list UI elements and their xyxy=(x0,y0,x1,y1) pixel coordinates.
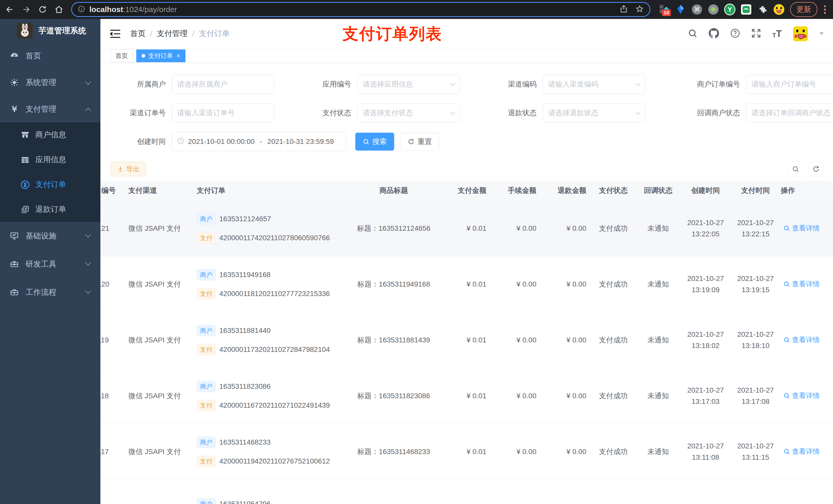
extension-dot-icon[interactable] xyxy=(708,4,719,15)
cell-action: 查看详情 xyxy=(781,200,833,256)
cell-order_no: 商户1635311881440支付42000011732021102728479… xyxy=(196,312,340,368)
extension-tabs-icon[interactable]: ◆ 10 xyxy=(659,4,670,15)
filter-label-refund_status: 退款状态 xyxy=(496,108,543,118)
sidebar-item-label: 退款订单 xyxy=(35,204,66,215)
search-button[interactable]: 搜索 xyxy=(355,133,394,150)
sidebar: 芋道管理系统 首页 系统管理 ￥ 支付管理 xyxy=(0,19,100,504)
cell-amount: ¥ 0.01 xyxy=(448,368,491,424)
filter-select-app_no[interactable]: 请选择应用信息 xyxy=(357,75,460,94)
profile-avatar-icon[interactable] xyxy=(773,4,785,15)
extension-command-icon[interactable]: ⌘ xyxy=(691,4,703,15)
filter-label-channel_code: 渠道编码 xyxy=(496,79,543,89)
sidebar-item-refund-order[interactable]: 退款订单 xyxy=(0,197,100,222)
close-icon[interactable]: × xyxy=(176,52,180,59)
table-row: 117微信 JSAPI 支付商户1635311468233支付420000119… xyxy=(100,424,833,480)
cell-amount: ¥ 0.01 xyxy=(448,256,491,312)
placeholder-text: 请选择订单回调商户状态 xyxy=(752,108,833,118)
filter-select-refund_status[interactable]: 请选择退款状态 xyxy=(543,103,645,122)
cell-refund xyxy=(541,480,591,504)
sidebar-item-infra[interactable]: 基础设施 xyxy=(0,222,100,250)
filter-select-pay_status[interactable]: 请选择支付状态 xyxy=(357,103,460,122)
bookmark-star-icon[interactable] xyxy=(635,5,644,14)
breadcrumb-pay[interactable]: 支付管理 xyxy=(157,28,188,39)
filter-label-channel_order_no: 渠道订单号 xyxy=(111,108,172,118)
sidebar-item-label: 首页 xyxy=(26,51,41,61)
site-info-icon[interactable] xyxy=(78,5,85,14)
table-toolbar: 导出 xyxy=(100,161,833,177)
view-detail-link[interactable]: 查看详情 xyxy=(781,335,820,344)
column-header-order_no: 支付订单 xyxy=(196,181,340,200)
extension-kite-icon[interactable] xyxy=(675,4,686,15)
chevron-down-icon xyxy=(636,81,641,86)
browser-chrome: localhost:1024/pay/order ◆ 10 ⌘ xyxy=(0,0,833,19)
sidebar-item-merchant-info[interactable]: 商户信息 xyxy=(0,122,100,147)
cell-title: 标题：1635311949168 xyxy=(340,256,448,312)
date-separator: - xyxy=(260,138,262,146)
sidebar-item-home[interactable]: 首页 xyxy=(0,43,100,69)
tab-pay-order[interactable]: 支付订单× xyxy=(136,49,186,62)
tab-home[interactable]: 首页 xyxy=(110,49,133,62)
cell-notify_status: 未通知 xyxy=(636,424,681,480)
view-detail-link[interactable]: 查看详情 xyxy=(781,447,820,456)
view-detail-link[interactable]: 查看详情 xyxy=(781,391,820,400)
font-size-icon[interactable]: TT xyxy=(772,29,782,39)
filter-input-channel_order_no[interactable]: 请输入渠道订单号 xyxy=(172,103,274,122)
user-avatar[interactable] xyxy=(793,26,808,41)
cell-title: 标题：1635311823086 xyxy=(340,368,448,424)
github-icon[interactable] xyxy=(709,28,719,40)
url-path: :1024/pay/order xyxy=(123,5,177,14)
filter-select-channel_code[interactable]: 请输入渠道编码 xyxy=(543,75,645,94)
reload-icon[interactable] xyxy=(38,4,48,15)
reset-button[interactable]: 重置 xyxy=(400,133,439,150)
sidebar-item-payment[interactable]: ￥ 支付管理 xyxy=(0,96,100,122)
sidebar-item-system[interactable]: 系统管理 xyxy=(0,69,100,96)
cell-channel: 微信 JSAPI 支付 xyxy=(125,312,196,368)
share-icon[interactable] xyxy=(619,5,628,14)
reset-button-label: 重置 xyxy=(418,137,432,146)
cell-order_no: 商户1635312124657支付42000011742021102780605… xyxy=(196,200,340,256)
extension-y-icon[interactable]: Y xyxy=(724,4,735,15)
cell-order_no: 商户1635311468233支付42000011942021102767521… xyxy=(196,424,340,480)
filter-input-merchant[interactable]: 请选择所属商户 xyxy=(172,75,274,94)
breadcrumb-home[interactable]: 首页 xyxy=(130,28,145,39)
placeholder-text: 请选择退款状态 xyxy=(548,108,634,118)
user-menu-caret-icon[interactable] xyxy=(819,32,824,35)
refresh-icon[interactable] xyxy=(808,161,824,177)
view-detail-label: 查看详情 xyxy=(792,280,820,289)
view-detail-label: 查看详情 xyxy=(792,447,820,456)
cell-pay_status: 支付成功 xyxy=(591,200,636,256)
help-icon[interactable] xyxy=(730,28,740,39)
view-detail-link[interactable]: 查看详情 xyxy=(781,280,820,289)
chrome-update-button[interactable]: 更新 xyxy=(790,2,817,17)
search-icon[interactable] xyxy=(688,28,697,39)
collapse-sidebar-icon[interactable] xyxy=(110,29,120,38)
pay-tag: 支付 xyxy=(197,344,216,355)
table-row: 120微信 JSAPI 支付商户1635311949168支付420000118… xyxy=(100,256,833,312)
extension-chat-icon[interactable] xyxy=(740,4,752,15)
cell-id: 121 xyxy=(100,200,125,256)
extensions-puzzle-icon[interactable] xyxy=(757,4,768,15)
filter-label-merchant_order_no: 商户订单编号 xyxy=(681,79,746,89)
address-bar[interactable]: localhost:1024/pay/order xyxy=(71,2,650,17)
table-row: 121微信 JSAPI 支付商户1635312124657支付420000117… xyxy=(100,200,833,256)
filter-select-notify_status[interactable]: 请选择订单回调商户状态 xyxy=(746,103,833,122)
placeholder-text: 请输入渠道订单号 xyxy=(177,108,269,118)
fullscreen-icon[interactable] xyxy=(751,28,761,39)
date-range-picker[interactable]: 2021-10-01 00:00:00 - 2021-10-31 23:59:5… xyxy=(172,132,346,151)
view-detail-link[interactable]: 查看详情 xyxy=(781,223,820,233)
table-row: 商户1635311954796 xyxy=(100,480,833,504)
command-glyph: ⌘ xyxy=(692,4,702,15)
sidebar-item-pay-order[interactable]: 支付订单 xyxy=(0,172,100,197)
filter-input-merchant_order_no[interactable]: 请输入商户订单编号 xyxy=(746,75,833,94)
export-button[interactable]: 导出 xyxy=(111,162,146,176)
placeholder-text: 请选择所属商户 xyxy=(177,79,269,89)
back-icon[interactable] xyxy=(5,4,15,15)
sidebar-item-workflow[interactable]: 工作流程 xyxy=(0,278,100,306)
home-icon[interactable] xyxy=(54,4,64,15)
hide-search-icon[interactable] xyxy=(787,161,804,177)
sidebar-item-dev-tools[interactable]: 研发工具 xyxy=(0,250,100,278)
forward-icon[interactable] xyxy=(21,4,31,15)
cell-create_time xyxy=(681,480,731,504)
browser-menu-icon[interactable] xyxy=(822,5,828,14)
sidebar-item-app-info[interactable]: 应用信息 xyxy=(0,147,100,172)
